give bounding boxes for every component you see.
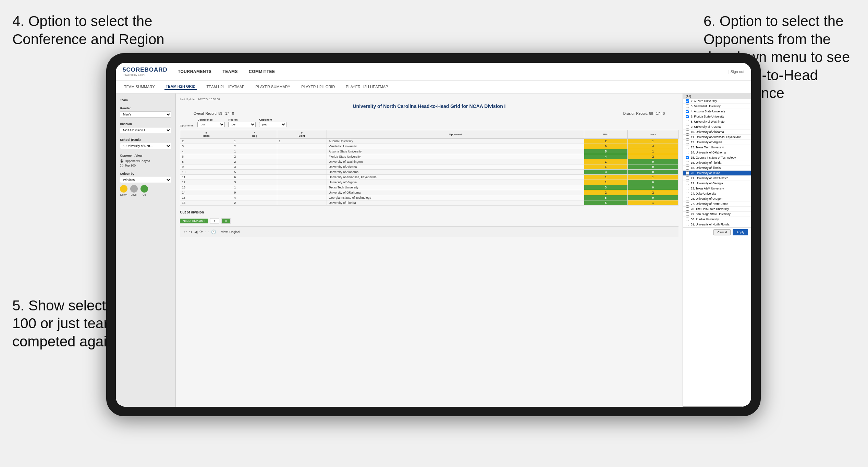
redo-icon[interactable]: ↪: [189, 230, 192, 234]
dropdown-item[interactable]: 13. Texas Tech University: [683, 145, 751, 150]
nav-committee[interactable]: COMMITTEE: [249, 69, 275, 74]
table-cell: 1: [584, 159, 628, 164]
dropdown-checkbox[interactable]: [686, 187, 689, 190]
dropdown-checkbox[interactable]: [686, 135, 689, 139]
dropdown-checkbox[interactable]: [686, 146, 689, 149]
dropdown-checkbox[interactable]: [686, 207, 689, 211]
table-cell: 1: [628, 139, 678, 144]
dropdown-item[interactable]: 20. University of Texas: [683, 171, 751, 176]
dropdown-item[interactable]: 22. University of Georgia: [683, 181, 751, 186]
tab-team-summary[interactable]: TEAM SUMMARY: [123, 84, 156, 89]
gender-select[interactable]: Men's: [120, 111, 171, 118]
tab-team-h2h-heatmap[interactable]: TEAM H2H HEATMAP: [205, 84, 246, 89]
undo-icon[interactable]: ↩: [183, 230, 187, 234]
dropdown-item[interactable]: 2. Auburn University: [683, 99, 751, 104]
dropdown-item[interactable]: 27. University of Notre Dame: [683, 201, 751, 207]
dropdown-checkbox[interactable]: [686, 192, 689, 195]
dropdown-item[interactable]: 14. University of Oklahoma: [683, 150, 751, 155]
dropdown-item[interactable]: 18. University of Illinois: [683, 165, 751, 171]
sub-nav: TEAM SUMMARY TEAM H2H GRID TEAM H2H HEAT…: [116, 81, 751, 94]
nav-signout[interactable]: | Sign out: [729, 70, 744, 74]
legend-up-dot: [140, 185, 148, 193]
overall-record: Overall Record: 89 - 17 - 0: [194, 112, 234, 115]
radio-top100[interactable]: Top 100: [120, 164, 171, 167]
dropdown-checkbox[interactable]: [686, 125, 689, 128]
conference-select[interactable]: (All): [197, 122, 225, 127]
dropdown-checkbox[interactable]: [686, 110, 689, 113]
dropdown-item[interactable]: 3. Vanderbilt University: [683, 104, 751, 109]
dropdown-item[interactable]: 24. Duke University: [683, 191, 751, 196]
dropdown-item[interactable]: 31. University of North Florida: [683, 222, 751, 227]
table-cell: 2: [628, 190, 678, 195]
table-cell: Georgia Institute of Technology: [327, 195, 584, 200]
dropdown-checkbox[interactable]: [686, 176, 689, 180]
colour-select[interactable]: Win/loss: [120, 177, 171, 183]
dropdown-item[interactable]: 11. University of Arkansas, Fayetteville: [683, 135, 751, 140]
back-icon[interactable]: ◀: [194, 230, 197, 234]
dropdown-checkbox[interactable]: [686, 120, 689, 123]
dropdown-item-text: 10. University of Alabama: [691, 130, 724, 134]
dropdown-item[interactable]: 16. University of Florida: [683, 160, 751, 165]
region-select[interactable]: (All): [228, 122, 256, 127]
table-cell: 1: [584, 164, 628, 170]
refresh-icon[interactable]: ⟳: [199, 230, 203, 234]
nav-tournaments[interactable]: TOURNAMENTS: [178, 69, 212, 74]
clock-icon[interactable]: 🕐: [211, 230, 216, 234]
dropdown-item[interactable]: 15. Georgia Institute of Technology: [683, 155, 751, 160]
dropdown-checkbox[interactable]: [686, 161, 689, 164]
dropdown-item[interactable]: 21. University of New Mexico: [683, 176, 751, 181]
table-cell: Arizona State University: [327, 149, 584, 154]
tab-player-h2h-heatmap[interactable]: PLAYER H2H HEATMAP: [344, 84, 389, 89]
school-select[interactable]: 1. University of Nort...: [120, 143, 171, 149]
dropdown-checkbox[interactable]: [686, 151, 689, 154]
table-cell: 2: [232, 200, 277, 206]
nav-teams[interactable]: TEAMS: [223, 69, 238, 74]
dropdown-item-text: 20. University of Texas: [691, 171, 720, 175]
table-cell: 0: [628, 195, 678, 200]
dropdown-item[interactable]: 25. University of Oregon: [683, 196, 751, 201]
table-cell: 1: [628, 149, 678, 154]
dropdown-item[interactable]: 6. Florida State University: [683, 114, 751, 119]
dropdown-checkbox[interactable]: [686, 223, 689, 226]
dropdown-checkbox[interactable]: [686, 212, 689, 216]
dropdown-checkbox[interactable]: [686, 99, 689, 103]
team-label: Team: [120, 98, 171, 102]
tab-player-h2h-grid[interactable]: PLAYER H2H GRID: [300, 84, 336, 89]
dropdown-list: 2. Auburn University3. Vanderbilt Univer…: [683, 99, 751, 227]
logo-area: 5COREBOARD Powered by Sport: [123, 66, 168, 76]
dropdown-item[interactable]: 12. University of Virginia: [683, 140, 751, 145]
dropdown-item[interactable]: 4. Arizona State University: [683, 109, 751, 114]
tab-player-summary[interactable]: PLAYER SUMMARY: [254, 84, 292, 89]
dropdown-checkbox[interactable]: [686, 130, 689, 134]
dropdown-item[interactable]: 29. San Diego State University: [683, 212, 751, 217]
opponent-filter: Opponent (All): [259, 118, 286, 127]
dropdown-item[interactable]: 10. University of Alabama: [683, 130, 751, 135]
apply-button[interactable]: Apply: [733, 229, 748, 235]
dropdown-item[interactable]: 8. University of Washington: [683, 119, 751, 124]
dropdown-checkbox[interactable]: [686, 202, 689, 206]
opponent-select[interactable]: (All): [259, 122, 286, 127]
dropdown-checkbox[interactable]: [686, 115, 689, 118]
dropdown-checkbox[interactable]: [686, 105, 689, 108]
dropdown-checkbox[interactable]: [686, 182, 689, 185]
division-select[interactable]: NCAA Division I: [120, 127, 171, 133]
dropdown-item[interactable]: 23. Texas A&M University: [683, 186, 751, 191]
table-cell: 3: [584, 170, 628, 175]
table-cell: 1: [584, 180, 628, 185]
dropdown-checkbox[interactable]: [686, 197, 689, 200]
dropdown-checkbox[interactable]: [686, 218, 689, 221]
header-info: Last Updated: 4/7/2024 16:55:38: [180, 98, 678, 101]
table-cell: 5: [584, 195, 628, 200]
dropdown-checkbox[interactable]: [686, 166, 689, 170]
dropdown-item[interactable]: 9. University of Arizona: [683, 124, 751, 130]
dropdown-item[interactable]: 28. The Ohio State University: [683, 207, 751, 212]
dropdown-item[interactable]: 30. Purdue University: [683, 217, 751, 222]
dropdown-checkbox[interactable]: [686, 156, 689, 159]
dropdown-checkbox[interactable]: [686, 171, 689, 175]
more-icon[interactable]: ⋯: [205, 230, 209, 234]
tab-team-h2h-grid[interactable]: TEAM H2H GRID: [164, 84, 197, 90]
radio-opponents-played[interactable]: Opponents Played: [120, 159, 171, 163]
table-cell: [277, 190, 327, 195]
cancel-button[interactable]: Cancel: [713, 229, 731, 235]
dropdown-checkbox[interactable]: [686, 140, 689, 144]
